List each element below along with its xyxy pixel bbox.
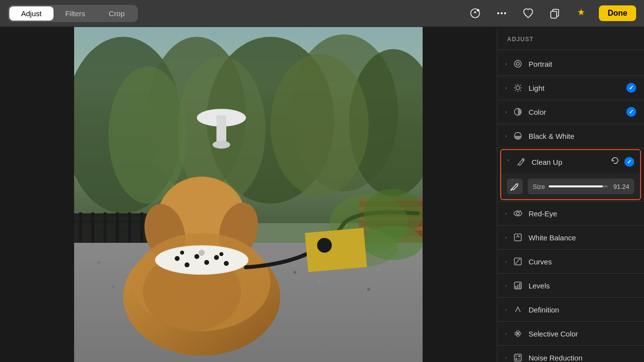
svg-point-14 — [108, 66, 187, 204]
toolbar: Adjust Filters Crop — [0, 0, 644, 27]
svg-rect-107 — [518, 358, 520, 360]
chevron-right-levels: › — [505, 283, 507, 288]
selective-label: Selective Color — [529, 330, 636, 338]
svg-point-61 — [175, 256, 180, 261]
duplicate-icon[interactable] — [546, 4, 564, 22]
cleanup-undo-button[interactable] — [611, 156, 619, 168]
svg-rect-50 — [216, 115, 226, 145]
adjust-item-light[interactable]: › Light ✓ — [497, 76, 644, 100]
chevron-right-color: › — [505, 109, 507, 115]
adjust-item-levels[interactable]: › Levels — [497, 274, 644, 297]
color-label: Color — [529, 108, 626, 116]
size-value: 91.24 — [612, 183, 629, 190]
redeye-label: Red-Eye — [529, 209, 636, 218]
svg-rect-20 — [79, 212, 82, 244]
svg-rect-104 — [515, 355, 517, 357]
favorites-icon[interactable] — [519, 4, 537, 22]
chevron-right-definition: › — [505, 307, 507, 312]
portrait-label: Portrait — [529, 60, 636, 68]
cleanup-check: ✓ — [624, 157, 634, 167]
definition-icon — [512, 304, 524, 315]
svg-point-64 — [204, 260, 209, 265]
color-check: ✓ — [626, 107, 636, 117]
cleanup-actions: ✓ — [611, 156, 634, 168]
svg-point-43 — [112, 285, 115, 288]
svg-point-63 — [194, 254, 199, 259]
cleanup-icon — [515, 156, 527, 168]
svg-rect-96 — [515, 286, 516, 288]
noise-icon — [512, 352, 524, 362]
svg-point-69 — [219, 252, 223, 256]
svg-rect-24 — [128, 212, 131, 244]
wb-icon — [512, 232, 524, 243]
svg-rect-97 — [517, 284, 518, 288]
light-icon — [512, 82, 524, 94]
adjust-item-curves[interactable]: › Curves — [497, 250, 644, 273]
svg-line-84 — [515, 85, 516, 86]
svg-rect-21 — [91, 212, 94, 244]
svg-line-86 — [520, 85, 521, 86]
tab-adjust[interactable]: Adjust — [9, 6, 54, 21]
svg-point-77 — [514, 60, 521, 67]
bw-label: Black & White — [529, 132, 636, 140]
size-fill — [549, 185, 602, 187]
done-button[interactable]: Done — [599, 5, 636, 21]
svg-point-4 — [504, 12, 506, 14]
levels-icon — [512, 280, 524, 291]
svg-point-2 — [497, 12, 499, 14]
cleanup-header[interactable]: ˅ Clean Up ✓ — [501, 150, 640, 174]
svg-line-87 — [515, 90, 516, 91]
adjust-item-definition[interactable]: › Definition — [497, 298, 644, 321]
magic-wand-icon[interactable] — [572, 4, 590, 22]
adjust-panel: ADJUST › Portrait › — [497, 27, 644, 362]
svg-rect-105 — [518, 355, 520, 357]
chevron-right-redeye: › — [505, 210, 507, 216]
noise-label: Noise Reduction — [529, 354, 636, 362]
svg-rect-98 — [519, 283, 520, 288]
color-icon — [512, 106, 524, 118]
adjust-item-noise[interactable]: › Noise Reduction — [497, 346, 644, 362]
toolbar-actions: Done — [466, 4, 636, 22]
tab-crop[interactable]: Crop — [97, 6, 137, 21]
tab-filters[interactable]: Filters — [54, 6, 97, 21]
cleanup-content: Size 91.24 — [501, 174, 640, 199]
adjust-item-color[interactable]: › Color ✓ — [497, 100, 644, 124]
svg-point-40 — [294, 271, 296, 274]
size-label: Size — [533, 183, 545, 190]
photo-image — [74, 27, 423, 362]
size-track — [549, 185, 608, 187]
panel-title: ADJUST — [497, 33, 644, 50]
svg-rect-106 — [515, 358, 517, 360]
more-options-icon[interactable] — [493, 4, 510, 22]
svg-point-67 — [180, 251, 184, 255]
selective-icon — [512, 328, 524, 339]
photo-area — [0, 27, 497, 362]
svg-rect-6 — [551, 11, 557, 18]
svg-point-78 — [516, 62, 519, 65]
svg-point-48 — [367, 288, 370, 291]
svg-point-62 — [185, 262, 189, 267]
size-slider[interactable]: Size 91.24 — [528, 179, 634, 194]
definition-label: Definition — [529, 306, 636, 314]
adjust-item-wb[interactable]: › White Balance — [497, 226, 644, 249]
main-content: ADJUST › Portrait › — [0, 27, 644, 362]
wb-label: White Balance — [529, 233, 636, 242]
tab-group-container: Adjust Filters Crop — [8, 5, 138, 22]
brush-tool-button[interactable] — [507, 179, 523, 194]
svg-rect-25 — [140, 212, 143, 244]
svg-point-70 — [199, 250, 205, 256]
adjust-item-selective[interactable]: › Selective Color — [497, 322, 644, 345]
svg-point-66 — [224, 261, 229, 266]
auto-enhance-icon[interactable] — [466, 4, 484, 22]
chevron-right-bw: › — [505, 133, 507, 139]
svg-point-42 — [377, 268, 380, 271]
svg-point-91 — [516, 212, 519, 215]
curves-icon — [512, 256, 524, 267]
adjust-item-portrait[interactable]: › Portrait — [497, 52, 644, 76]
chevron-down-cleanup: ˅ — [507, 159, 510, 165]
chevron-right-selective: › — [505, 331, 507, 336]
adjust-item-redeye[interactable]: › Red-Eye — [497, 202, 644, 225]
redeye-icon — [512, 207, 524, 219]
svg-point-51 — [213, 141, 230, 149]
adjust-item-bw[interactable]: › Black & White — [497, 124, 644, 148]
